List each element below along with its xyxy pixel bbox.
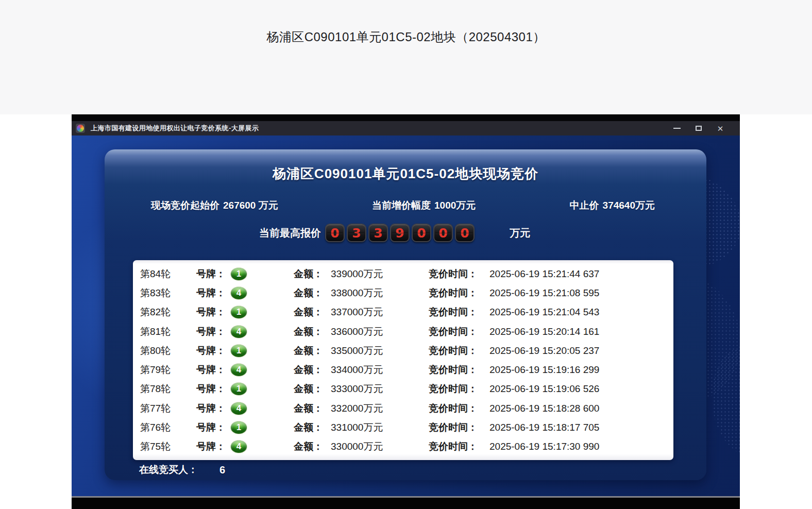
paddle-label: 号牌： (196, 402, 229, 415)
highest-bid-unit: 万元 (510, 226, 530, 240)
bid-table: 第84轮 号牌： 1 金额： 339000万元 竞价时间： 2025-06-19… (133, 260, 673, 460)
time-label: 竞价时间： (429, 286, 477, 300)
bid-round: 第84轮 (140, 267, 190, 281)
paddle-label: 号牌： (196, 344, 229, 358)
bid-amount: 331000万元 (331, 421, 412, 434)
bid-round: 第75轮 (140, 440, 190, 453)
bid-amount: 332000万元 (331, 402, 412, 415)
paddle-label: 号牌： (196, 286, 229, 300)
bid-amount: 339000万元 (331, 267, 412, 281)
paddle-label: 号牌： (196, 421, 229, 434)
bid-time: 2025-06-19 15:20:14 161 (489, 326, 599, 337)
page-title: 杨浦区C090101单元01C5-02地块（202504301） (0, 29, 812, 45)
bid-time: 2025-06-19 15:17:30 990 (489, 441, 599, 452)
start-price-label: 现场竞价起始价 (151, 199, 219, 212)
bid-round: 第78轮 (140, 382, 190, 396)
paddle-label: 号牌： (196, 306, 229, 319)
stop-price-label: 中止价 (570, 199, 599, 212)
increment-step-value: 1000万元 (434, 199, 476, 212)
minimize-button[interactable] (672, 123, 682, 134)
bid-round: 第82轮 (140, 306, 190, 319)
bid-round: 第77轮 (140, 402, 190, 415)
paddle-number-badge: 4 (230, 440, 247, 453)
auction-panel: 杨浦区C090101单元01C5-02地块现场竞价 现场竞价起始价 267600… (105, 149, 706, 480)
bid-history-row: 第83轮 号牌： 4 金额： 338000万元 竞价时间： 2025-06-19… (133, 283, 673, 302)
bid-digit-tile: 0 (455, 224, 475, 242)
online-bidders-count: 6 (219, 464, 225, 476)
time-label: 竞价时间： (429, 421, 477, 434)
amount-label: 金额： (294, 440, 325, 453)
bid-history-row: 第82轮 号牌： 1 金额： 337000万元 竞价时间： 2025-06-19… (133, 303, 673, 322)
minimize-icon (673, 128, 681, 129)
time-label: 竞价时间： (429, 363, 477, 377)
increment-step-label: 当前增价幅度 (372, 199, 431, 212)
bid-history-row: 第79轮 号牌： 4 金额： 334000万元 竞价时间： 2025-06-19… (133, 360, 673, 379)
bid-time: 2025-06-19 15:21:08 595 (489, 287, 599, 299)
bid-digit-tile: 3 (368, 224, 388, 242)
window-titlebar[interactable]: 上海市国有建设用地使用权出让电子竞价系统-大屏展示 ✕ (72, 114, 740, 135)
bid-amount: 333000万元 (331, 382, 412, 396)
time-label: 竞价时间： (429, 382, 477, 396)
maximize-icon (696, 126, 702, 131)
amount-label: 金额： (294, 286, 325, 300)
bid-amount: 336000万元 (331, 325, 412, 338)
amount-label: 金额： (294, 402, 325, 415)
app-logo-icon (76, 124, 85, 133)
bid-time: 2025-06-19 15:21:44 637 (489, 268, 599, 280)
window-title: 上海市国有建设用地使用权出让电子竞价系统-大屏展示 (91, 124, 259, 133)
time-label: 竞价时间： (429, 267, 477, 281)
time-label: 竞价时间： (429, 440, 477, 453)
paddle-number-badge: 1 (230, 344, 247, 358)
window-content: 杨浦区C090101单元01C5-02地块现场竞价 现场竞价起始价 267600… (72, 135, 740, 496)
stop-price-value: 374640万元 (603, 199, 655, 212)
bid-history-row: 第76轮 号牌： 1 金额： 331000万元 竞价时间： 2025-06-19… (133, 418, 673, 437)
close-icon: ✕ (717, 125, 724, 132)
bid-amount: 330000万元 (331, 440, 412, 453)
paddle-number-badge: 4 (230, 286, 247, 300)
amount-label: 金额： (294, 382, 325, 396)
bid-history-row: 第80轮 号牌： 1 金额： 335000万元 竞价时间： 2025-06-19… (133, 341, 673, 360)
auction-heading: 杨浦区C090101单元01C5-02地块现场竞价 (105, 165, 706, 183)
bid-amount: 338000万元 (331, 286, 412, 300)
amount-label: 金额： (294, 421, 325, 434)
window-controls: ✕ (672, 123, 733, 134)
bid-round: 第83轮 (140, 286, 190, 300)
bid-round: 第80轮 (140, 344, 190, 358)
bid-time: 2025-06-19 15:18:28 600 (489, 403, 599, 414)
bid-history-row: 第78轮 号牌： 1 金额： 333000万元 竞价时间： 2025-06-19… (133, 380, 673, 399)
paddle-label: 号牌： (196, 440, 229, 453)
highest-bid-label: 当前最高报价 (259, 226, 321, 240)
bid-round: 第76轮 (140, 421, 190, 434)
paddle-number-badge: 4 (230, 363, 247, 377)
paddle-label: 号牌： (196, 382, 229, 396)
maximize-button[interactable] (693, 123, 704, 134)
paddle-number-badge: 4 (230, 325, 247, 338)
paddle-number-badge: 1 (230, 382, 247, 396)
amount-label: 金额： (294, 363, 325, 377)
amount-label: 金额： (294, 344, 325, 358)
bid-history-row: 第75轮 号牌： 4 金额： 330000万元 竞价时间： 2025-06-19… (133, 437, 673, 456)
bid-time: 2025-06-19 15:18:17 705 (489, 422, 599, 433)
online-bidders: 在线竞买人： 6 (139, 463, 225, 477)
stop-price: 中止价 374640万元 (570, 199, 655, 212)
time-label: 竞价时间： (429, 306, 477, 319)
bid-digit-tile: 0 (412, 224, 431, 242)
bid-history-row: 第81轮 号牌： 4 金额： 336000万元 竞价时间： 2025-06-19… (133, 322, 673, 341)
close-button[interactable]: ✕ (715, 123, 725, 134)
app-window: 上海市国有建设用地使用权出让电子竞价系统-大屏展示 ✕ 杨浦区C090101单元… (72, 114, 740, 509)
bid-digit-tile: 0 (433, 224, 453, 242)
bid-amount: 335000万元 (331, 344, 412, 358)
time-label: 竞价时间： (429, 402, 477, 415)
start-price-value: 267600 万元 (223, 199, 278, 212)
time-label: 竞价时间： (429, 325, 477, 338)
online-bidders-label: 在线竞买人： (139, 463, 198, 477)
amount-label: 金额： (294, 267, 325, 281)
amount-label: 金额： (294, 325, 325, 338)
bid-time: 2025-06-19 15:19:16 299 (489, 364, 599, 376)
paddle-number-badge: 1 (230, 306, 247, 319)
auction-info-row: 现场竞价起始价 267600 万元 当前增价幅度 1000万元 中止价 3746… (105, 199, 706, 212)
bid-history-row: 第77轮 号牌： 4 金额： 332000万元 竞价时间： 2025-06-19… (133, 399, 673, 418)
paddle-label: 号牌： (196, 325, 229, 338)
paddle-label: 号牌： (196, 267, 229, 281)
bid-digit-tile: 9 (390, 224, 410, 242)
